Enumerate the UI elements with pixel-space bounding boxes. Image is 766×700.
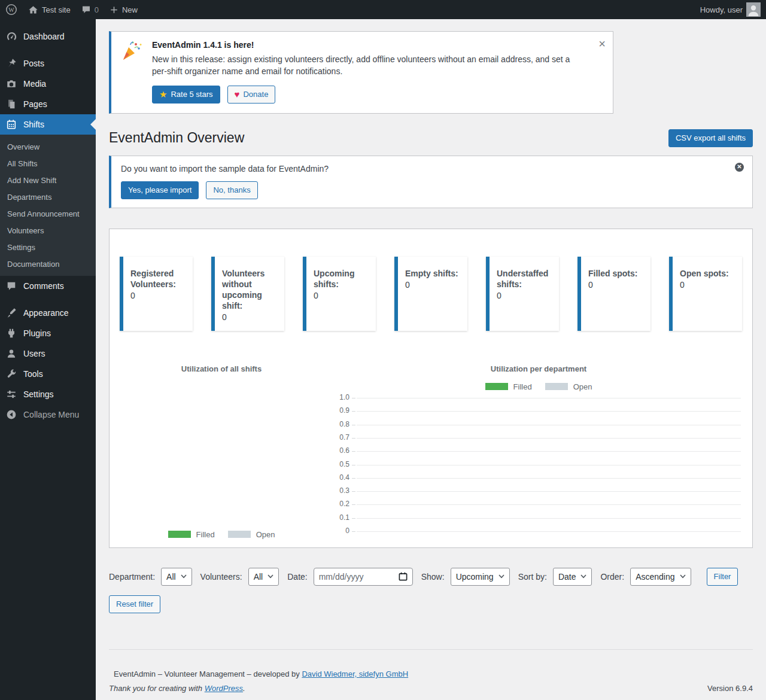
legend-label: Open (573, 382, 592, 391)
submenu-item-departments[interactable]: Departments (0, 188, 96, 205)
sidebar-item-collapse-menu[interactable]: Collapse Menu (0, 404, 96, 425)
stat-card-registered-volunteers: Registered Volunteers: 0 (120, 257, 193, 331)
sidebar-item-comments[interactable]: Comments (0, 276, 96, 296)
new-label: New (122, 5, 138, 14)
wrench-icon (5, 369, 18, 379)
chart-legend: Filled Open (120, 530, 323, 539)
donate-button[interactable]: ♥ Donate (227, 86, 276, 104)
import-no-button[interactable]: No, thanks (206, 181, 257, 199)
volunteers-select[interactable]: All (248, 568, 279, 586)
department-label: Department: (109, 572, 155, 582)
show-select[interactable]: Upcoming (451, 568, 510, 586)
sidebar-item-label: Pages (23, 99, 47, 109)
sidebar-item-plugins[interactable]: Plugins (0, 323, 96, 343)
plus-icon (110, 5, 118, 14)
sidebar-item-shifts[interactable]: Shifts (0, 114, 96, 135)
stat-value: 0 (314, 291, 369, 300)
new-content-menu[interactable]: New (104, 0, 143, 19)
thank-you-text: Thank you for creating with WordPress. (109, 684, 245, 693)
y-axis-tick-label: 0.2 (335, 500, 349, 508)
order-select-value: Ascending (636, 572, 674, 582)
gridline (357, 518, 741, 519)
rate-5-stars-button[interactable]: ★ Rate 5 stars (152, 86, 220, 104)
legend-item-filled: Filled (485, 382, 532, 391)
sort-by-select[interactable]: Date (553, 568, 592, 586)
y-axis-tick-label: 0.1 (335, 513, 349, 522)
show-select-value: Upcoming (456, 572, 494, 582)
release-notice: EventAdmin 1.4.1 is here! New in this re… (109, 31, 613, 114)
import-notice-buttons: Yes, please import No, thanks (121, 181, 743, 199)
filter-button[interactable]: Filter (707, 568, 738, 586)
reset-row: Reset filter (109, 595, 753, 613)
avatar (746, 2, 761, 17)
footer-bottom-row: Thank you for creating with WordPress. V… (109, 684, 753, 693)
site-name-link[interactable]: Test site (23, 0, 76, 19)
sidebar-item-pages[interactable]: Pages (0, 94, 96, 114)
close-icon[interactable]: × (598, 38, 606, 50)
donate-button-label: Donate (243, 90, 268, 99)
import-yes-button[interactable]: Yes, please import (121, 181, 199, 199)
chevron-down-icon (680, 574, 686, 579)
submenu-item-volunteers[interactable]: Volunteers (0, 222, 96, 239)
stat-value: 0 (680, 280, 735, 290)
stat-label: Understaffed shifts: (497, 268, 552, 290)
submenu-item-documentation[interactable]: Documentation (0, 255, 96, 272)
show-label: Show: (421, 572, 445, 582)
chart-title: Utilization per department (335, 364, 742, 373)
dashboard-icon (5, 31, 18, 42)
submenu-item-settings[interactable]: Settings (0, 239, 96, 255)
submenu-item-send-announcement[interactable]: Send Announcement (0, 205, 96, 222)
csv-export-button[interactable]: CSV export all shifts (668, 129, 753, 147)
sidebar-item-label: Appearance (23, 308, 69, 318)
sidebar-item-users[interactable]: Users (0, 343, 96, 364)
sidebar-item-label: Users (23, 349, 45, 358)
stat-value: 0 (497, 291, 552, 300)
sidebar-item-media[interactable]: Media (0, 74, 96, 94)
volunteers-label: Volunteers: (200, 572, 242, 582)
release-notice-title: EventAdmin 1.4.1 is here! (152, 40, 583, 50)
open-swatch (228, 531, 251, 538)
y-axis-tick-label: 0.8 (335, 420, 349, 428)
wordpress-logo-menu[interactable]: W (0, 0, 23, 19)
sidebar-item-dashboard[interactable]: Dashboard (0, 26, 96, 47)
comment-bubble-icon (81, 5, 91, 14)
utilization-per-department-chart: Utilization per department Filled Open 1… (335, 364, 742, 539)
comments-shortcut[interactable]: 0 (76, 0, 104, 19)
y-axis-tick-mark (352, 465, 355, 465)
import-question: Do you want to import the sample data fo… (121, 164, 743, 174)
svg-text:W: W (8, 7, 14, 13)
date-input[interactable]: mm/dd/yyyy (314, 568, 413, 586)
wordpress-link[interactable]: WordPress (205, 684, 243, 693)
sidebar-item-tools[interactable]: Tools (0, 364, 96, 384)
order-select[interactable]: Ascending (630, 568, 691, 586)
open-swatch (545, 383, 568, 390)
reset-filter-button[interactable]: Reset filter (109, 595, 160, 613)
stat-value: 0 (130, 291, 186, 300)
calendar-picker-icon[interactable] (399, 572, 408, 581)
stat-card-open-spots: Open spots: 0 (669, 257, 742, 331)
sidebar-item-settings[interactable]: Settings (0, 384, 96, 404)
department-select[interactable]: All (161, 568, 192, 586)
y-axis-tick-label: 0.4 (335, 473, 349, 482)
my-account-menu[interactable]: Howdy, user (695, 0, 766, 19)
submenu-item-overview[interactable]: Overview (0, 138, 96, 155)
legend-item-open: Open (545, 382, 592, 391)
stat-label: Registered Volunteers: (130, 268, 186, 290)
submenu-item-add-new-shift[interactable]: Add New Shift (0, 172, 96, 188)
y-axis-tick-label: 0 (335, 526, 349, 535)
main-content: EventAdmin 1.4.1 is here! New in this re… (96, 19, 766, 700)
developer-link[interactable]: David Wiedmer, sidefyn GmbH (302, 669, 408, 678)
footer: EventAdmin – Volunteer Management – deve… (109, 649, 753, 700)
sidebar-item-appearance[interactable]: Appearance (0, 303, 96, 323)
dismiss-icon[interactable]: ✕ (735, 163, 744, 172)
submenu-item-all-shifts[interactable]: All Shifts (0, 155, 96, 172)
chevron-down-icon (580, 574, 586, 579)
page-title: EventAdmin Overview (109, 130, 244, 146)
chevron-down-icon (498, 574, 504, 579)
y-axis-tick-mark (352, 411, 355, 412)
sidebar-item-label: Media (23, 79, 46, 89)
plugin-icon (5, 328, 18, 339)
pushpin-icon (5, 58, 18, 69)
y-axis-tick-label: 0.6 (335, 446, 349, 455)
sidebar-item-posts[interactable]: Posts (0, 53, 96, 74)
